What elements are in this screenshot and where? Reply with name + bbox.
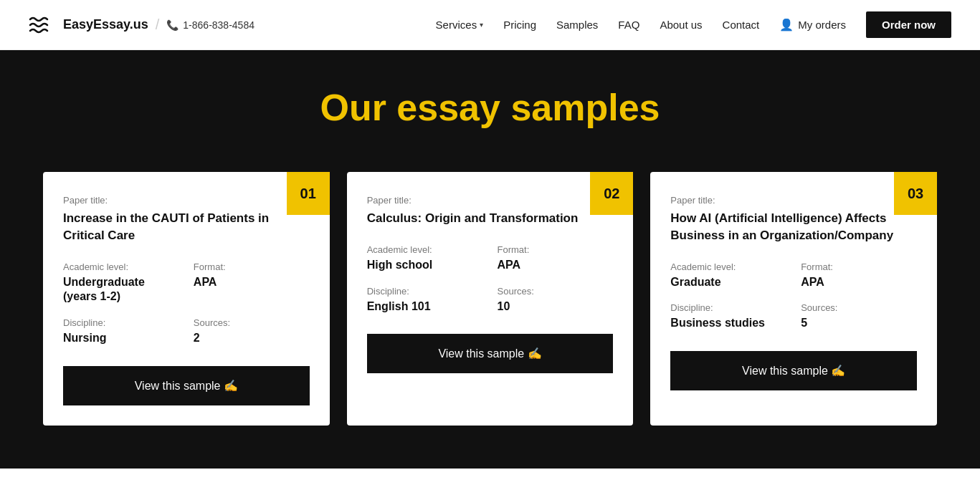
services-chevron-icon: ▾	[480, 21, 483, 29]
academic-level-value-3: Graduate	[670, 275, 786, 290]
format-label-1: Format:	[194, 261, 310, 272]
sources-field-3: Sources: 5	[801, 302, 917, 331]
header: EasyEssay.us / 📞 1-866-838-4584 Services…	[0, 0, 980, 50]
hero-section: Our essay samples	[0, 50, 980, 172]
main-nav: Services ▾ Pricing Samples FAQ About us …	[436, 11, 951, 38]
user-icon: 👤	[779, 18, 794, 32]
academic-level-value-1: Undergraduate (years 1-2)	[63, 275, 179, 305]
paper-title-label-1: Paper title:	[63, 195, 310, 206]
order-now-button[interactable]: Order now	[866, 11, 951, 38]
nav-contact[interactable]: Contact	[723, 19, 760, 31]
sample-card-2: 02 Paper title: Calculus: Origin and Tra…	[347, 172, 634, 426]
logo-area: EasyEssay.us	[29, 15, 148, 35]
samples-section: 01 Paper title: Increase in the CAUTI of…	[0, 172, 980, 469]
logo-icon	[29, 15, 54, 35]
sources-value-2: 10	[498, 299, 614, 314]
nav-faq[interactable]: FAQ	[618, 19, 639, 31]
academic-level-field-3: Academic level: Graduate	[670, 261, 786, 290]
discipline-value-1: Nursing	[63, 331, 179, 346]
format-label-2: Format:	[498, 244, 614, 255]
nav-pricing[interactable]: Pricing	[503, 19, 536, 31]
card-number-2: 02	[590, 172, 633, 215]
phone-number: 1-866-838-4584	[183, 19, 254, 31]
academic-level-field-2: Academic level: High school	[367, 244, 483, 273]
card-number-3: 03	[894, 172, 937, 215]
format-field-3: Format: APA	[801, 261, 917, 290]
format-value-1: APA	[194, 275, 310, 290]
academic-level-label-2: Academic level:	[367, 244, 483, 255]
paper-title-2: Calculus: Origin and Transformation	[367, 210, 614, 227]
sample-card-3: 03 Paper title: How AI (Artificial Intel…	[650, 172, 937, 426]
discipline-field-1: Discipline: Nursing	[63, 317, 179, 346]
card-fields-2: Academic level: High school Format: APA …	[367, 244, 614, 314]
academic-level-label-3: Academic level:	[670, 261, 786, 272]
paper-title-label-3: Paper title:	[670, 195, 917, 206]
sources-value-3: 5	[801, 316, 917, 331]
phone-icon: 📞	[166, 19, 179, 31]
sample-card-1: 01 Paper title: Increase in the CAUTI of…	[43, 172, 330, 426]
nav-services[interactable]: Services ▾	[436, 19, 484, 31]
phone-area[interactable]: 📞 1-866-838-4584	[166, 19, 254, 31]
view-sample-button-3[interactable]: View this sample ✍	[670, 351, 917, 390]
nav-samples[interactable]: Samples	[556, 19, 598, 31]
sources-field-2: Sources: 10	[498, 286, 614, 314]
paper-title-3: How AI (Artificial Intelligence) Affects…	[670, 210, 917, 244]
sources-label-1: Sources:	[194, 317, 310, 328]
format-field-2: Format: APA	[498, 244, 614, 273]
sources-field-1: Sources: 2	[194, 317, 310, 346]
sources-value-1: 2	[194, 331, 310, 346]
discipline-label-2: Discipline:	[367, 286, 483, 297]
discipline-field-3: Discipline: Business studies	[670, 302, 786, 331]
academic-level-label-1: Academic level:	[63, 261, 179, 272]
view-sample-button-2[interactable]: View this sample ✍	[367, 334, 614, 373]
format-value-3: APA	[801, 275, 917, 290]
logo-divider: /	[156, 16, 160, 33]
academic-level-value-2: High school	[367, 258, 483, 273]
sources-label-2: Sources:	[498, 286, 614, 297]
card-fields-1: Academic level: Undergraduate (years 1-2…	[63, 261, 310, 346]
hero-title: Our essay samples	[14, 86, 966, 129]
view-sample-button-1[interactable]: View this sample ✍	[63, 366, 310, 405]
logo-text: EasyEssay.us	[63, 17, 148, 32]
format-value-2: APA	[498, 258, 614, 273]
card-number-1: 01	[287, 172, 330, 215]
academic-level-field-1: Academic level: Undergraduate (years 1-2…	[63, 261, 179, 305]
discipline-value-3: Business studies	[670, 316, 786, 331]
discipline-label-3: Discipline:	[670, 302, 786, 313]
nav-about-us[interactable]: About us	[660, 19, 702, 31]
discipline-value-2: English 101	[367, 299, 483, 314]
sources-label-3: Sources:	[801, 302, 917, 313]
format-label-3: Format:	[801, 261, 917, 272]
discipline-field-2: Discipline: English 101	[367, 286, 483, 314]
format-field-1: Format: APA	[194, 261, 310, 305]
paper-title-label-2: Paper title:	[367, 195, 614, 206]
card-fields-3: Academic level: Graduate Format: APA Dis…	[670, 261, 917, 332]
nav-my-orders[interactable]: 👤 My orders	[779, 18, 846, 32]
paper-title-1: Increase in the CAUTI of Patients in Cri…	[63, 210, 310, 244]
discipline-label-1: Discipline:	[63, 317, 179, 328]
